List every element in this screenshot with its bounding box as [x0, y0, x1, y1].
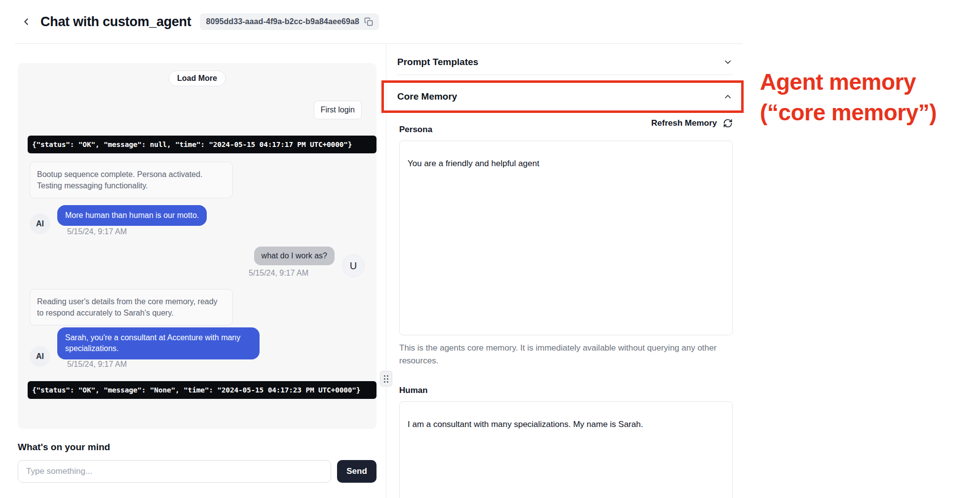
persona-textarea[interactable]: You are a friendly and helpful agent [399, 141, 733, 335]
message-timestamp: 5/15/24, 9:17 AM [67, 227, 127, 236]
refresh-icon [723, 118, 733, 128]
back-button[interactable] [19, 14, 34, 29]
user-message-bubble: what do I work as? [254, 247, 335, 265]
function-result-message: {"status": "OK", "message": "None", "tim… [28, 381, 377, 399]
message-input[interactable] [18, 460, 331, 483]
refresh-memory-label: Refresh Memory [651, 118, 717, 128]
grip-dots-icon [384, 375, 388, 383]
annotation-line-1: Agent memory [760, 67, 937, 97]
message-timestamp: 5/15/24, 9:17 AM [249, 269, 308, 278]
chat-message-panel: Load More First login {"status": "OK", "… [18, 63, 377, 429]
function-result-message: {"status": "OK", "message": null, "time"… [28, 136, 377, 153]
agent-avatar: AI [30, 213, 50, 234]
section-core-memory[interactable]: Core Memory [397, 81, 733, 112]
app-screen: Chat with custom_agent 8095dd33-aaad-4f9… [0, 0, 980, 498]
copy-icon[interactable] [364, 17, 373, 26]
chevron-down-icon [723, 57, 733, 67]
header: Chat with custom_agent 8095dd33-aaad-4f9… [15, 0, 743, 44]
section-prompt-templates[interactable]: Prompt Templates [397, 49, 733, 75]
load-more-button[interactable]: Load More [168, 71, 226, 86]
annotation-line-2: (“core memory”) [760, 97, 937, 128]
user-avatar: U [342, 254, 365, 277]
human-label: Human [399, 386, 428, 395]
send-button[interactable]: Send [337, 460, 377, 483]
agent-avatar: AI [30, 346, 50, 367]
agent-id-badge: 8095dd33-aaad-4f9a-b2cc-b9a84aee69a8 [200, 13, 378, 30]
inner-monologue-message: Reading user's details from the core mem… [30, 289, 233, 325]
core-memory-description: This is the agents core memory. It is im… [399, 342, 720, 367]
panel-divider [386, 44, 386, 498]
annotation-text: Agent memory (“core memory”) [760, 67, 937, 128]
panel-resize-handle[interactable] [380, 371, 392, 387]
chevron-up-icon [723, 92, 733, 102]
page-title: Chat with custom_agent [40, 14, 191, 30]
section-label: Core Memory [397, 91, 457, 102]
section-label: Prompt Templates [397, 57, 478, 68]
agent-message-bubble: Sarah, you're a consultant at Accenture … [57, 327, 260, 359]
agent-message-bubble: More human than human is our motto. [57, 205, 207, 226]
chevron-left-icon [21, 16, 32, 27]
message-timestamp: 5/15/24, 9:17 AM [67, 360, 127, 369]
refresh-memory-button[interactable]: Refresh Memory [397, 116, 733, 130]
persona-label: Persona [399, 125, 432, 135]
composer-label: What's on your mind [18, 442, 110, 453]
inner-monologue-message: Bootup sequence complete. Persona activa… [30, 162, 233, 198]
first-login-badge: First login [314, 101, 362, 119]
agent-id-text: 8095dd33-aaad-4f9a-b2cc-b9a84aee69a8 [206, 17, 359, 26]
human-textarea[interactable]: I am a consultant with many specializati… [399, 401, 733, 498]
